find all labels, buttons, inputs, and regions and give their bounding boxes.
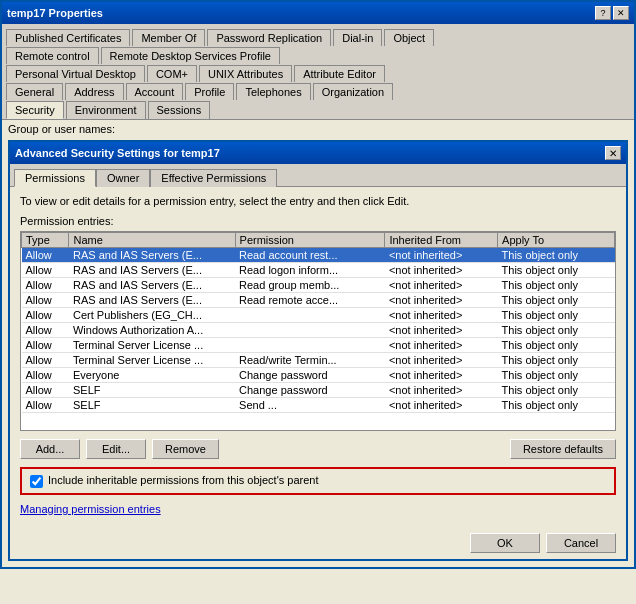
tab-organization[interactable]: Organization	[313, 83, 393, 100]
ok-button[interactable]: OK	[470, 533, 540, 553]
tab-general[interactable]: General	[6, 83, 63, 100]
tab-row-1: Published Certificates Member Of Passwor…	[6, 28, 630, 45]
tab-row-3: Personal Virtual Desktop COM+ UNIX Attri…	[6, 64, 630, 81]
tab-attribute-editor[interactable]: Attribute Editor	[294, 65, 385, 82]
outer-window-title: temp17 Properties	[7, 7, 103, 19]
inner-title-bar: Advanced Security Settings for temp17 ✕	[10, 142, 626, 164]
tab-row-5: Security Environment Sessions	[6, 100, 630, 118]
tab-environment[interactable]: Environment	[66, 101, 146, 119]
restore-defaults-button[interactable]: Restore defaults	[510, 439, 616, 459]
close-button[interactable]: ✕	[613, 6, 629, 20]
edit-button[interactable]: Edit...	[86, 439, 146, 459]
permissions-table-wrapper[interactable]: Type Name Permission Inherited From Appl…	[20, 231, 616, 431]
tab-address[interactable]: Address	[65, 83, 123, 100]
inner-dialog: Advanced Security Settings for temp17 ✕ …	[8, 140, 628, 561]
table-row[interactable]: AllowWindows Authorization A...<not inhe…	[22, 323, 615, 338]
table-row[interactable]: AllowTerminal Server License ...<not inh…	[22, 338, 615, 353]
permission-entries-label: Permission entries:	[20, 215, 616, 227]
tab-personal-virtual-desktop[interactable]: Personal Virtual Desktop	[6, 65, 145, 82]
inner-dialog-title: Advanced Security Settings for temp17	[15, 147, 220, 159]
tab-password-replication[interactable]: Password Replication	[207, 29, 331, 46]
action-buttons-row: Add... Edit... Remove Restore defaults	[20, 439, 616, 459]
col-inherited-from: Inherited From	[385, 233, 498, 248]
tab-telephones[interactable]: Telephones	[236, 83, 310, 100]
inner-tab-permissions[interactable]: Permissions	[14, 169, 96, 187]
tab-profile[interactable]: Profile	[185, 83, 234, 100]
table-row[interactable]: AllowSELFSend ...<not inherited>This obj…	[22, 398, 615, 413]
tab-remote-desktop-services-profile[interactable]: Remote Desktop Services Profile	[101, 47, 280, 64]
instructions-text: To view or edit details for a permission…	[20, 195, 616, 207]
tabs-container: Published Certificates Member Of Passwor…	[2, 24, 634, 120]
bottom-buttons-row: OK Cancel	[10, 527, 626, 559]
table-row[interactable]: AllowRAS and IAS Servers (E...Read logon…	[22, 263, 615, 278]
permissions-table: Type Name Permission Inherited From Appl…	[21, 232, 615, 413]
tab-unix-attributes[interactable]: UNIX Attributes	[199, 65, 292, 82]
tab-sessions[interactable]: Sessions	[148, 101, 211, 119]
tab-com-plus[interactable]: COM+	[147, 65, 197, 82]
group-label: Group or user names:	[2, 120, 634, 138]
col-permission: Permission	[235, 233, 385, 248]
col-apply-to: Apply To	[498, 233, 615, 248]
col-name: Name	[69, 233, 235, 248]
tab-account[interactable]: Account	[126, 83, 184, 100]
tab-dial-in[interactable]: Dial-in	[333, 29, 382, 46]
outer-title-bar: temp17 Properties ? ✕	[2, 2, 634, 24]
remove-button[interactable]: Remove	[152, 439, 219, 459]
table-row[interactable]: AllowCert Publishers (EG_CH...<not inher…	[22, 308, 615, 323]
tab-security[interactable]: Security	[6, 101, 64, 119]
cancel-button[interactable]: Cancel	[546, 533, 616, 553]
tab-row-4: General Address Account Profile Telephon…	[6, 82, 630, 99]
tab-published-certificates[interactable]: Published Certificates	[6, 29, 130, 46]
help-button[interactable]: ?	[595, 6, 611, 20]
tab-row-2: Remote control Remote Desktop Services P…	[6, 46, 630, 63]
outer-window: temp17 Properties ? ✕ Published Certific…	[0, 0, 636, 569]
outer-title-controls: ? ✕	[595, 6, 629, 20]
table-row[interactable]: AllowSELFChange password<not inherited>T…	[22, 383, 615, 398]
table-row[interactable]: AllowRAS and IAS Servers (E...Read remot…	[22, 293, 615, 308]
inherit-permissions-label: Include inheritable permissions from thi…	[48, 474, 319, 486]
manage-permissions-link[interactable]: Managing permission entries	[20, 503, 616, 515]
tab-remote-control[interactable]: Remote control	[6, 47, 99, 64]
inner-close-button[interactable]: ✕	[605, 146, 621, 160]
tab-object[interactable]: Object	[384, 29, 434, 46]
add-button[interactable]: Add...	[20, 439, 80, 459]
table-row[interactable]: AllowTerminal Server License ...Read/wri…	[22, 353, 615, 368]
inherit-permissions-section: Include inheritable permissions from thi…	[20, 467, 616, 495]
inner-tab-owner[interactable]: Owner	[96, 169, 150, 187]
table-row[interactable]: AllowEveryoneChange password<not inherit…	[22, 368, 615, 383]
inner-tabs: Permissions Owner Effective Permissions	[10, 164, 626, 187]
table-row[interactable]: AllowRAS and IAS Servers (E...Read group…	[22, 278, 615, 293]
inherit-permissions-checkbox[interactable]	[30, 475, 43, 488]
col-type: Type	[22, 233, 69, 248]
table-row[interactable]: AllowRAS and IAS Servers (E...Read accou…	[22, 248, 615, 263]
inner-tab-effective-permissions[interactable]: Effective Permissions	[150, 169, 277, 187]
tab-member-of[interactable]: Member Of	[132, 29, 205, 46]
permissions-content: To view or edit details for a permission…	[10, 187, 626, 523]
